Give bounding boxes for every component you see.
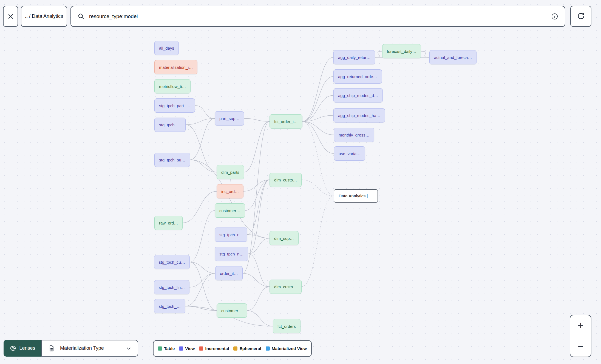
graph-node-customer_bot[interactable]: customer… xyxy=(217,303,247,318)
graph-node-dim_sup[interactable]: dim_sup… xyxy=(270,231,299,245)
graph-node-stg_tpch_n[interactable]: stg_tpch_n… xyxy=(215,247,248,261)
zoom-controls: + − xyxy=(570,315,591,357)
legend-swatch xyxy=(158,346,162,351)
graph-node-fct_orders[interactable]: fct_orders xyxy=(273,319,300,333)
graph-node-dim_custo_bot[interactable]: dim_custo… xyxy=(270,280,302,294)
graph-node-actual_and_foreca[interactable]: actual_and_foreca… xyxy=(429,50,477,64)
legend: TableViewIncrementalEphemeralMaterialize… xyxy=(153,340,312,357)
graph-node-monthly_gross[interactable]: monthly_gross… xyxy=(334,128,374,142)
graph-node-customer_mid[interactable]: customer… xyxy=(215,203,245,218)
legend-label: Materialized View xyxy=(272,346,307,351)
lenses-button[interactable]: Lenses xyxy=(4,340,41,357)
legend-item: View xyxy=(179,346,195,351)
close-icon xyxy=(7,13,14,20)
graph-node-stg_tpch_lin[interactable]: stg_tpch_lin… xyxy=(154,280,189,294)
lens-type-dropdown[interactable]: Materialization Type xyxy=(41,340,138,357)
search-input[interactable] xyxy=(89,13,547,19)
lenses-label: Lenses xyxy=(19,345,35,351)
graph-node-order_it[interactable]: order_it… xyxy=(215,266,243,280)
graph-node-agg_ship_modes_d[interactable]: agg_ship_modes_d… xyxy=(333,88,383,103)
refresh-icon xyxy=(577,12,585,21)
lineage-canvas[interactable]: all_daysmaterialization_i…metricflow_ti…… xyxy=(0,0,601,364)
info-icon[interactable] xyxy=(551,13,558,20)
legend-item: Table xyxy=(158,346,175,351)
legend-swatch xyxy=(199,346,203,351)
graph-node-forecast_daily[interactable]: forecast_daily… xyxy=(382,44,421,58)
graph-node-use_varia[interactable]: use_varia… xyxy=(334,146,365,161)
graph-node-stg_tpch_cu[interactable]: stg_tpch_cu… xyxy=(154,255,190,269)
document-icon xyxy=(48,345,55,352)
close-button[interactable] xyxy=(3,6,18,27)
zoom-in-icon: + xyxy=(578,320,583,331)
legend-swatch xyxy=(266,346,270,351)
graph-node-metricflow_ti[interactable]: metricflow_ti… xyxy=(154,79,191,93)
graph-node-stg_tpch_o[interactable]: stg_tpch_… xyxy=(154,299,185,313)
legend-label: Incremental xyxy=(205,346,229,351)
graph-node-dim_custo_top[interactable]: dim_custo… xyxy=(270,173,302,187)
graph-node-data_analytics[interactable]: Data Analytics | … xyxy=(334,189,378,203)
graph-node-stg_tpch_a[interactable]: stg_tpch_… xyxy=(154,118,186,132)
zoom-out-button[interactable]: − xyxy=(570,336,591,357)
search-icon xyxy=(78,13,85,20)
graph-node-raw_ord[interactable]: raw_ord… xyxy=(154,216,183,230)
graph-node-all_days[interactable]: all_days xyxy=(154,41,179,55)
refresh-button[interactable] xyxy=(570,6,591,27)
zoom-out-icon: − xyxy=(578,341,583,352)
zoom-in-button[interactable]: + xyxy=(570,315,591,336)
graph-node-part_sup[interactable]: part_sup… xyxy=(215,111,244,126)
search-bar[interactable] xyxy=(70,6,565,27)
legend-item: Materialized View xyxy=(266,346,307,351)
graph-node-agg_returned_orde[interactable]: agg_returned_orde… xyxy=(333,69,382,84)
legend-label: Ephemeral xyxy=(239,346,261,351)
legend-label: View xyxy=(185,346,195,351)
chevron-down-icon xyxy=(126,345,132,351)
legend-item: Ephemeral xyxy=(233,346,261,351)
graph-node-dim_parts[interactable]: dim_parts xyxy=(217,165,244,179)
legend-swatch xyxy=(233,346,237,351)
aperture-icon xyxy=(10,345,16,352)
graph-node-stg_tpch_su[interactable]: stg_tpch_su… xyxy=(154,153,190,167)
legend-label: Table xyxy=(164,346,175,351)
graph-node-stg_tpch_part[interactable]: stg_tpch_part_… xyxy=(154,98,195,113)
breadcrumb[interactable]: .. / Data Analytics xyxy=(21,6,67,27)
graph-node-agg_ship_modes_ha[interactable]: agg_ship_modes_ha… xyxy=(333,108,385,123)
legend-swatch xyxy=(179,346,183,351)
lenses-control: Lenses Materialization Type xyxy=(4,340,138,357)
breadcrumb-label: .. / Data Analytics xyxy=(25,13,63,19)
graph-node-inc_ord[interactable]: inc_ord… xyxy=(217,184,243,198)
graph-node-agg_daily_retur[interactable]: agg_daily_retur… xyxy=(333,50,375,64)
legend-item: Incremental xyxy=(199,346,229,351)
graph-node-stg_tpch_r[interactable]: stg_tpch_r… xyxy=(215,228,247,242)
lens-type-label: Materialization Type xyxy=(60,345,121,351)
graph-node-materialization_i[interactable]: materialization_i… xyxy=(154,60,197,74)
graph-node-fct_order_i[interactable]: fct_order_i… xyxy=(270,114,302,129)
